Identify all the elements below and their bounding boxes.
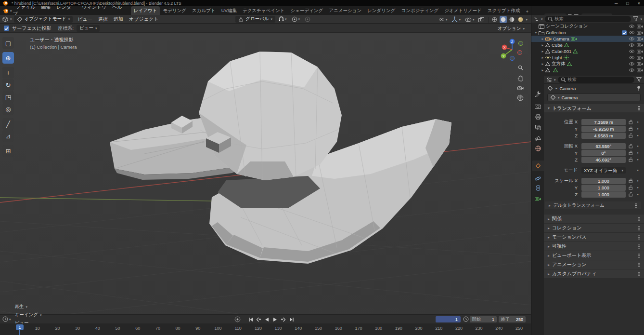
render-visibility-icon[interactable] — [637, 43, 643, 47]
workspace-tab[interactable]: レイアウト — [131, 6, 160, 15]
close-button[interactable]: × — [638, 1, 640, 6]
editor-type-icon[interactable] — [2, 16, 8, 22]
timeline-menu-キーイング[interactable]: キーイング▾ — [12, 311, 45, 319]
lock-icon[interactable] — [628, 157, 633, 162]
render-visibility-icon[interactable] — [637, 55, 643, 60]
lock-icon[interactable] — [628, 150, 633, 155]
filter-icon[interactable] — [636, 77, 642, 82]
number-field[interactable]: 4.9583 m — [581, 133, 626, 139]
chevron-down-icon[interactable]: ▾ — [9, 318, 11, 321]
expand-arrow-icon[interactable]: ▸ — [540, 43, 545, 47]
lock-icon[interactable] — [628, 120, 633, 124]
lock-icon[interactable] — [628, 144, 633, 148]
minimize-button[interactable]: ─ — [615, 1, 618, 6]
expand-arrow-icon[interactable]: ▾ — [533, 30, 539, 35]
maximize-button[interactable]: □ — [626, 1, 629, 6]
number-field[interactable]: 0° — [581, 150, 626, 156]
number-field[interactable]: 7.3589 m — [581, 119, 626, 125]
current-frame-marker[interactable]: 1 — [16, 324, 24, 330]
hide-eye-icon[interactable] — [629, 43, 635, 47]
object-name-field[interactable]: ▾ Camera — [547, 94, 641, 101]
rotation-mode-dropdown[interactable]: XYZ オイラー角▾ — [581, 167, 626, 174]
chevron-down-icon[interactable]: ▾ — [554, 78, 556, 81]
workspace-tab[interactable]: ジオメトリノード — [441, 6, 485, 15]
move-tool[interactable]: ＋ — [2, 67, 14, 79]
timeline-ruler[interactable]: 1 10203040506070809010011012013014015016… — [0, 323, 531, 335]
viewport-menu-オブジェクト[interactable]: オブジェクト — [126, 15, 161, 24]
autokey-toggle[interactable] — [234, 316, 241, 322]
blender-menu-icon[interactable] — [3, 8, 9, 14]
play-button[interactable] — [272, 316, 278, 322]
breadcrumb-object-name[interactable]: Camera — [560, 86, 576, 91]
workspace-tab[interactable]: アニメーション — [326, 6, 364, 15]
select-box-tool[interactable]: ▢ — [2, 37, 14, 49]
panel-header-可視性[interactable]: ▸可視性 — [544, 242, 644, 251]
hide-eye-icon[interactable] — [629, 49, 635, 54]
number-field[interactable]: 1.000 — [581, 185, 626, 191]
pan-hand-icon[interactable] — [517, 75, 524, 81]
panel-header-コレクション[interactable]: ▸コレクション — [544, 224, 644, 232]
lock-icon[interactable] — [628, 126, 633, 131]
frame-start-field[interactable]: 開始 1 — [470, 316, 497, 322]
outliner-row-Cube[interactable]: ▸Cube — [531, 42, 644, 48]
skip-last-button[interactable] — [288, 316, 295, 322]
chevron-down-icon[interactable]: ▾ — [10, 17, 12, 21]
shading-rendered-button[interactable] — [517, 16, 524, 23]
number-field[interactable]: 1.000 — [581, 191, 626, 198]
expand-arrow-icon[interactable]: ▸ — [540, 37, 545, 41]
animate-dot[interactable]: ● — [635, 158, 640, 161]
timeline-editor-icon[interactable] — [2, 316, 8, 322]
ortho-toggle-icon[interactable] — [517, 94, 524, 101]
properties-tab-view-layer[interactable] — [532, 122, 544, 133]
scale-tool[interactable]: ◳ — [2, 91, 14, 103]
animate-dot[interactable]: ● — [635, 151, 640, 154]
render-visibility-icon[interactable] — [637, 62, 643, 66]
navigation-gizmo[interactable]: Z X Y — [499, 36, 526, 64]
frame-end-field[interactable]: 終了 250 — [499, 316, 526, 322]
animate-dot[interactable]: ● — [635, 186, 640, 189]
hide-eye-icon[interactable] — [629, 55, 635, 60]
add-cube-tool[interactable]: ⊞ — [2, 145, 14, 157]
measure-tool[interactable]: ⊿ — [2, 130, 14, 142]
panel-header-カスタムプロパティ[interactable]: ▸カスタムプロパティ — [544, 269, 644, 278]
shading-material-button[interactable] — [508, 16, 515, 23]
hide-eye-icon[interactable] — [629, 30, 635, 35]
workspace-tab[interactable]: スクリプト作成 — [485, 6, 523, 15]
hide-eye-icon[interactable] — [629, 37, 635, 41]
properties-tab-tool[interactable] — [532, 88, 544, 99]
current-frame-field[interactable]: 1 — [436, 316, 461, 322]
transform-tool[interactable]: ◎ — [2, 103, 14, 115]
properties-search-input[interactable]: 検索 — [558, 77, 634, 83]
outliner-row-Collection[interactable]: ▾Collection — [531, 29, 644, 36]
expand-arrow-icon[interactable]: ▸ — [540, 49, 545, 54]
orientation-dropdown[interactable]: グローバル ▾ — [235, 16, 275, 23]
object-browse-icon[interactable] — [550, 94, 556, 100]
hide-eye-icon[interactable] — [629, 24, 635, 28]
outliner-search-input[interactable]: 検索 — [545, 16, 631, 22]
show-object-types-dropdown[interactable]: ▾ — [437, 17, 449, 22]
mode-dropdown[interactable]: オブジェクトモード ▾ — [14, 16, 73, 23]
proportional-edit-toggle[interactable]: ▾ — [290, 16, 302, 23]
exclude-checkbox[interactable] — [622, 30, 627, 35]
animate-dot[interactable]: ● — [635, 169, 640, 172]
cursor-tool[interactable]: ⊕ — [2, 52, 14, 64]
workspace-tab[interactable]: モデリング — [160, 6, 189, 15]
animate-dot[interactable]: ● — [635, 179, 640, 182]
panel-header-関係[interactable]: ▸関係 — [544, 214, 644, 223]
hide-eye-icon[interactable] — [629, 62, 635, 66]
rotate-tool[interactable]: ↻ — [2, 79, 14, 91]
outliner-row-立方体[interactable]: ▸立方体 — [531, 61, 644, 67]
surface-project-checkbox[interactable] — [4, 26, 9, 31]
snap-toggle[interactable]: ▾ — [277, 16, 288, 22]
play-rev-button[interactable] — [264, 316, 270, 322]
tool-options-dropdown[interactable]: オプション ▾ — [495, 25, 528, 32]
viewport-menu-ビュー[interactable]: ビュー — [75, 15, 95, 24]
number-field[interactable]: -6.9258 m — [581, 126, 626, 132]
render-visibility-icon[interactable] — [637, 49, 643, 54]
expand-arrow-icon[interactable]: ▸ — [540, 62, 545, 66]
animate-dot[interactable]: ● — [635, 193, 640, 196]
workspace-tab[interactable]: シェーディング — [287, 6, 326, 15]
camera-view-icon[interactable] — [517, 86, 524, 90]
render-visibility-icon[interactable] — [637, 37, 643, 41]
number-field[interactable]: 1.000 — [581, 178, 626, 184]
